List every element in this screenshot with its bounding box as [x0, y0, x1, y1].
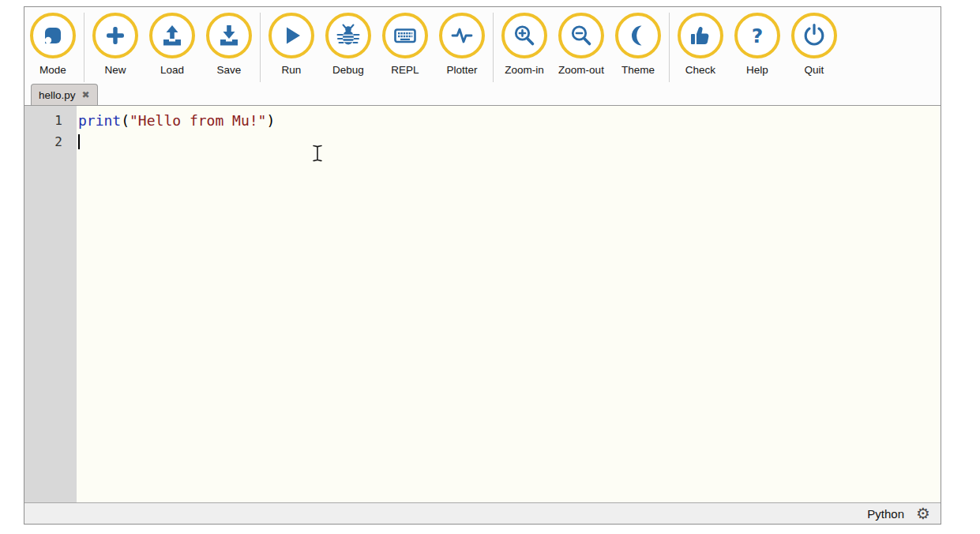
- run-icon: [268, 13, 314, 58]
- save-button[interactable]: Save: [201, 13, 257, 76]
- toolbar-separator: [260, 13, 261, 82]
- toolbar-separator: [493, 13, 494, 82]
- plotter-button[interactable]: Plotter: [434, 13, 490, 76]
- tab-bar: hello.py ✖: [24, 84, 941, 105]
- mode-icon: [30, 13, 76, 58]
- help-icon: ?: [734, 13, 780, 58]
- toolbar-button-label: Debug: [332, 64, 364, 76]
- new-icon: [92, 13, 138, 58]
- quit-icon: [791, 13, 837, 58]
- tab-label: hello.py: [39, 89, 76, 101]
- toolbar-button-label: Check: [685, 64, 715, 76]
- code-area[interactable]: print("Hello from Mu!"): [77, 106, 941, 502]
- repl-icon: [382, 13, 428, 58]
- toolbar-button-label: Help: [746, 64, 768, 76]
- mode-button[interactable]: Mode: [24, 13, 81, 76]
- zoom-in-button[interactable]: Zoom-in: [496, 13, 553, 76]
- line-number: 1: [24, 110, 77, 131]
- toolbar: Mode New: [24, 7, 941, 84]
- check-icon: [678, 13, 723, 58]
- code-token: print: [78, 112, 121, 129]
- code-editor[interactable]: 1 2 print("Hello from Mu!"): [24, 105, 941, 502]
- plotter-icon: [439, 13, 485, 58]
- toolbar-button-label: Save: [217, 64, 242, 76]
- new-button[interactable]: New: [87, 13, 144, 76]
- repl-button[interactable]: REPL: [377, 13, 434, 76]
- code-token: "Hello from Mu!": [130, 112, 266, 129]
- quit-button[interactable]: Quit: [786, 13, 843, 76]
- code-token: ): [266, 112, 275, 129]
- debug-icon: [325, 13, 371, 58]
- check-button[interactable]: Check: [672, 13, 729, 76]
- mu-editor-window: Mode New: [24, 6, 941, 525]
- toolbar-button-label: Mode: [39, 64, 66, 76]
- toolbar-button-label: REPL: [391, 64, 419, 76]
- debug-button[interactable]: Debug: [320, 13, 377, 76]
- toolbar-button-label: Plotter: [446, 64, 477, 76]
- load-button[interactable]: Load: [144, 13, 201, 76]
- line-number: 2: [24, 131, 77, 152]
- theme-button[interactable]: Theme: [610, 13, 666, 76]
- help-button[interactable]: ? Help: [729, 13, 786, 76]
- run-button[interactable]: Run: [263, 13, 320, 76]
- svg-text:?: ?: [752, 24, 764, 47]
- status-mode-label: Python: [867, 507, 904, 521]
- toolbar-separator: [669, 13, 670, 82]
- toolbar-separator: [84, 13, 84, 82]
- tab-hello-py[interactable]: hello.py ✖: [31, 84, 98, 105]
- load-icon: [149, 13, 195, 58]
- toolbar-button-label: Zoom-out: [558, 64, 604, 76]
- line-number-gutter: 1 2: [24, 106, 77, 502]
- toolbar-button-label: Zoom-in: [505, 64, 544, 76]
- save-icon: [206, 13, 252, 58]
- zoom-out-button[interactable]: Zoom-out: [553, 13, 610, 76]
- gear-icon[interactable]: ⚙: [916, 506, 930, 521]
- toolbar-button-label: Theme: [621, 64, 655, 76]
- code-line: print("Hello from Mu!"): [77, 110, 941, 131]
- toolbar-button-label: Quit: [805, 64, 824, 76]
- zoom-out-icon: [558, 13, 604, 58]
- code-token: (: [121, 112, 130, 129]
- toolbar-button-label: Load: [160, 64, 184, 76]
- status-bar: Python ⚙: [24, 502, 941, 524]
- text-caret: [78, 134, 80, 149]
- toolbar-button-label: New: [104, 64, 126, 76]
- zoom-in-icon: [501, 13, 547, 58]
- toolbar-button-label: Run: [282, 64, 302, 76]
- code-line: [77, 131, 941, 152]
- tab-close-icon[interactable]: ✖: [82, 90, 90, 100]
- theme-icon: [615, 13, 661, 58]
